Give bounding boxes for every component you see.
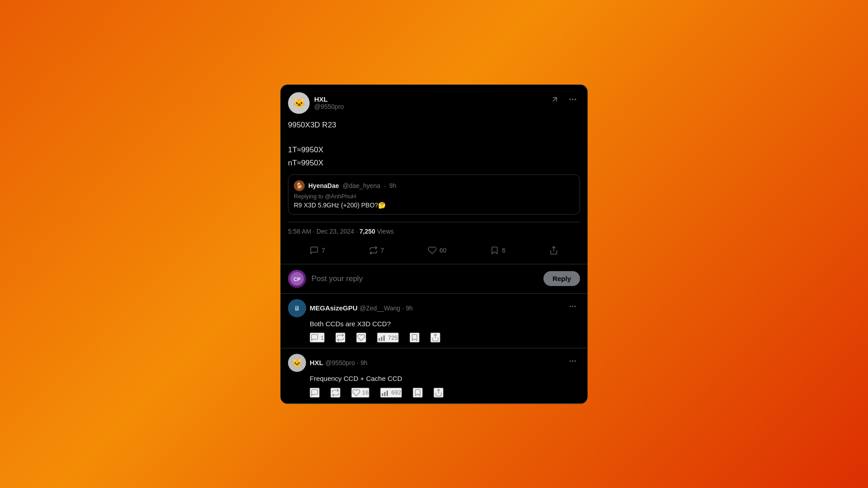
tweet-date: Dec 23, 2024 [316,228,354,235]
svg-rect-9 [379,338,380,341]
display-name[interactable]: HXL [314,95,344,103]
comment-like-count-hxl: 16 [362,389,368,396]
comment-reply-count-mega: 1 [321,334,324,341]
comment-views-count-mega: 725 [388,334,398,341]
retweet-count: 7 [381,247,384,254]
handle[interactable]: @9550pro [314,103,344,110]
comment-time-hxl-val: 9h [360,359,368,366]
comment-time-mega-val: 9h [406,305,413,312]
retweet-action[interactable]: 7 [365,242,388,258]
comment-handle-mega: @Zed__Wang [359,305,400,312]
user-info: 🐱 HXL @9550pro [288,92,344,114]
quoted-tweet[interactable]: 🐕 HyenaDae @dae_hyena · 9h Replying to @… [288,174,580,215]
main-tweet: 🐱 HXL @9550pro [281,85,587,215]
avatar-image: 🐱 [288,92,310,114]
svg-rect-17 [384,392,386,396]
comment-retweet-hxl[interactable] [330,388,340,398]
quoted-tweet-header: 🐕 HyenaDae @dae_hyena · 9h [294,180,574,191]
svg-rect-18 [387,390,388,396]
comment-avatar-mega: 🖥 [288,299,306,317]
svg-point-14 [572,361,574,362]
content-line2: 1T≈9950X [288,144,580,156]
comment-handle-hxl: @9550pro [325,359,355,366]
svg-rect-11 [383,336,385,341]
external-link-button[interactable] [547,92,562,107]
tweet-card: 🐱 HXL @9550pro [280,84,588,404]
comment-views-mega[interactable]: 725 [377,333,399,343]
svg-point-8 [575,305,576,307]
quoted-display-name: HyenaDae [308,182,339,189]
comment-display-name-hxl: HXL [310,359,323,366]
reply-button[interactable]: Reply [543,271,580,286]
svg-point-0 [570,99,571,100]
svg-rect-16 [382,393,383,396]
comment-avatar-hxl: 🐱 [288,354,306,372]
comment-hxl: 🐱 HXL @9550pro · 9h Frequency CCD + Cach… [281,348,587,404]
views-count: 7,250 [359,228,375,235]
comment-share-hxl[interactable] [434,388,443,398]
comment-like-hxl[interactable]: 16 [351,388,369,398]
like-action[interactable]: 60 [424,242,450,258]
bookmark-action[interactable]: 6 [486,242,509,258]
svg-point-7 [572,305,574,307]
quoted-handle: @dae_hyena [343,182,381,189]
comment-user: 🖥 MEGAsizeGPU @Zed__Wang · 9h [288,299,413,317]
views-label: Views [377,228,394,235]
reply-box: CP Reply [281,264,587,294]
comment-header: 🖥 MEGAsizeGPU @Zed__Wang · 9h [288,299,580,317]
username-block: HXL @9550pro [314,95,344,110]
quoted-replying-to: Replying to @AnhPhuH [294,193,574,200]
svg-point-13 [570,361,571,362]
share-action[interactable] [546,242,562,258]
comment-more-hxl[interactable] [566,354,580,368]
svg-point-1 [572,99,573,100]
svg-point-6 [570,305,571,307]
comment-like-mega[interactable] [356,333,366,343]
comment-time-mega: · [402,305,406,312]
comment-user-info: MEGAsizeGPU @Zed__Wang · 9h [310,304,413,312]
comment-share-mega[interactable] [430,333,440,343]
bookmark-count: 6 [502,247,505,254]
separator: · [313,228,316,235]
comment-bookmark-mega[interactable] [410,333,420,343]
comment-more-mega[interactable] [566,299,580,314]
avatar[interactable]: 🐱 [288,92,310,114]
comment-text-hxl: Frequency CCD + Cache CCD [310,374,580,384]
svg-point-15 [575,361,576,362]
reply-avatar: CP [288,270,306,288]
more-options-button[interactable] [566,92,580,107]
content-line1: 9950X3D R23 [288,119,580,131]
svg-rect-10 [381,337,382,341]
comment-hxl-info: HXL @9550pro · 9h [310,359,368,367]
comment-bookmark-hxl[interactable] [413,388,423,398]
comment-reply-hxl[interactable] [310,388,320,398]
comment-display-name-mega: MEGAsizeGPU [310,304,358,312]
comment-views-count-hxl: 692 [391,389,401,396]
quoted-text: R9 X3D 5.9GHz (+200) PBO?🤔 [294,202,574,209]
reply-input[interactable] [311,274,538,283]
tweet-meta: 5:58 AM · Dec 23, 2024 · 7,250 Views [288,222,580,240]
quoted-avatar: 🐕 [294,180,305,191]
header-actions [547,92,580,107]
comment-views-hxl[interactable]: 692 [380,388,402,398]
svg-point-2 [575,99,576,100]
comment-actions-mega: 1 725 [310,333,580,343]
quoted-time-value: 9h [389,182,396,189]
like-count: 60 [439,247,447,254]
comment-reply-mega[interactable]: 1 [310,333,325,343]
reply-action[interactable]: 7 [306,242,329,258]
tweet-time: 5:58 AM [288,228,311,235]
svg-text:CP: CP [293,277,300,282]
comment-retweet-mega[interactable] [335,333,345,343]
comment-hxl-header: 🐱 HXL @9550pro · 9h [288,354,580,372]
tweet-content: 9950X3D R23 1T≈9950X nT≈9950X [288,119,580,169]
tweet-header: 🐱 HXL @9550pro [288,92,580,114]
comment-hxl-user: 🐱 HXL @9550pro · 9h [288,354,368,372]
separator2: · [356,228,359,235]
comment-actions-hxl: 16 692 [310,388,580,398]
comment-megasize: 🖥 MEGAsizeGPU @Zed__Wang · 9h Both CCDs … [281,294,587,349]
content-line3: nT≈9950X [288,157,580,169]
quoted-time: · [384,182,386,189]
reply-count: 7 [321,247,325,254]
actions-bar: 7 7 60 6 [281,240,587,264]
